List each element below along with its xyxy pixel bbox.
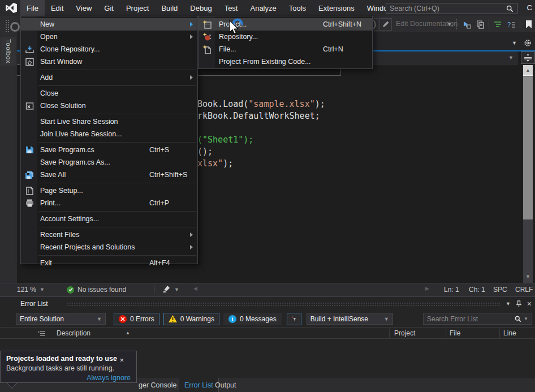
filter-icon [292,315,296,323]
code-text[interactable]: Book.Load("sample.xlsx");rkBook.DefaultW… [197,98,325,170]
pin-icon[interactable] [516,300,522,308]
file-menu-item-exit[interactable]: ExitAlt+F4 [21,257,197,269]
chevron-down-icon: ▼ [384,316,389,322]
menu-item-label: Page Setup... [40,187,83,195]
file-menu-item-page-setup[interactable]: Page Setup... [21,184,197,197]
notification-toast: Projects loaded and ready to use Backgro… [0,351,137,383]
menubar-item-project[interactable]: Project [120,0,155,16]
format-document-icon[interactable]: ? [506,19,516,29]
scrollbar-thumb[interactable] [523,76,533,219]
cleanup-button[interactable]: ▼ [162,286,179,293]
hscroll-left-arrow[interactable]: ◀ [193,286,197,291]
document-health-indicator[interactable]: No issues found [67,286,126,294]
file-menu-item-join-live-share-session[interactable]: Join Live Share Session... [21,128,197,140]
new-submenu-item-repository[interactable]: Repository... [199,31,372,43]
file-menu-item-clone-repository[interactable]: Clone Repository... [21,43,197,55]
error-list-column-header: Description ▲ Project File Line [0,327,535,339]
close-icon[interactable]: × [527,299,532,308]
scroll-down-button[interactable]: ▼ [523,274,533,279]
column-description[interactable]: Description [57,329,90,337]
row-category-icon[interactable] [38,331,45,337]
file-menu-item-open[interactable]: Open [21,31,197,43]
toolbar-grip[interactable] [455,19,458,30]
navigate-backward-icon[interactable] [461,19,472,29]
warnings-filter-button[interactable]: 0 Warnings [163,313,219,325]
scroll-up-button[interactable]: ▲ [523,65,533,75]
menubar-item-debug[interactable]: Debug [184,0,218,16]
source-filter-dropdown[interactable]: Build + IntelliSense ▼ [307,313,393,325]
file-menu-item-save-all[interactable]: Save AllCtrl+Shift+S [21,169,197,181]
menu-item-label: Project... [219,20,247,28]
window-position-icon[interactable]: ▼ [506,301,511,307]
menubar-item-edit[interactable]: Edit [45,0,70,16]
file-menu-item-close-solution[interactable]: Close Solution [21,100,197,112]
new-submenu-item-project[interactable]: Project...Ctrl+Shift+N [199,18,372,31]
menubar-item-analyze[interactable]: Analyze [244,0,282,16]
menubar-item-build[interactable]: Build [155,0,184,16]
chevron-down-icon[interactable]: ▼ [512,40,517,46]
chevron-down-icon[interactable]: ▼ [508,55,514,61]
error-list-toolbar: Entire Solution ▼ 0 Errors 0 Warnings i … [0,311,535,326]
filter-button[interactable] [287,313,301,325]
zoom-selector[interactable]: 121 % ▼ [17,286,45,294]
file-menu-item-start-live-share-session[interactable]: Start Live Share Session [21,115,197,128]
check-circle-icon [67,286,74,294]
new-project-icon [202,20,212,29]
menubar-item-git[interactable]: Git [98,0,120,16]
file-menu-item-save-program-cs-as[interactable]: Save Program.cs As... [21,156,197,169]
new-submenu-item-project-from-existing-code[interactable]: Project From Existing Code... [199,55,372,68]
menu-item-shortcut: Ctrl+S [149,146,169,154]
editor-splitter-handle[interactable] [521,51,535,64]
messages-filter-button[interactable]: i 0 Messages [223,313,282,325]
gear-icon[interactable] [523,38,533,48]
column-project[interactable]: Project [394,329,415,337]
code-line [197,122,325,134]
save-icon [25,145,34,154]
file-menu-item-new[interactable]: New [21,18,197,31]
submenu-arrow-icon [190,22,193,27]
column-line[interactable]: Line [503,329,516,337]
error-list-search-box[interactable]: Search Error List ▼ [423,313,532,325]
quick-search-box[interactable]: Search (Ctrl+Q) [386,3,517,14]
close-icon[interactable]: × [119,356,124,364]
new-submenu-item-file[interactable]: File...Ctrl+N [199,43,372,55]
close-solution-icon [25,101,34,110]
menu-item-shortcut: Ctrl+Shift+S [149,171,187,179]
scope-filter-dropdown[interactable]: Entire Solution ▼ [16,313,106,325]
vertical-scrollbar[interactable]: ▲ ▼ [523,65,533,283]
menubar-item-test[interactable]: Test [218,0,244,16]
file-menu-item-add[interactable]: Add [21,71,197,84]
menubar-item-file[interactable]: File [20,0,45,16]
menubar-item-tools[interactable]: Tools [283,0,312,16]
copy-document-icon[interactable] [475,19,485,29]
chevron-down-icon[interactable]: ▼ [524,316,528,321]
bookmark-icon[interactable] [524,19,534,29]
title-bar: FileEditViewGitProjectBuildDebugTestAnal… [0,0,535,16]
edit-pencil-icon[interactable] [379,18,392,31]
toolbar-grip[interactable] [5,19,9,33]
panel-title-bar[interactable]: Error List ▼ × [0,297,535,311]
menubar-item-extensions[interactable]: Extensions [312,0,361,16]
line-ending-indicator[interactable]: CRLF [515,286,533,294]
file-menu-item-start-window[interactable]: Start Window [21,55,197,68]
file-menu-item-recent-files[interactable]: Recent Files [21,229,197,241]
hscroll-right-arrow[interactable]: ▶ [425,286,429,291]
toolbox-tab[interactable]: Toolbox [1,37,16,66]
column-file[interactable]: File [450,329,460,337]
menu-item-label: Save Program.cs [40,146,94,154]
space-mode-indicator[interactable]: SPC [493,286,507,294]
tab-output[interactable]: Output [210,378,241,392]
errors-filter-button[interactable]: 0 Errors [114,313,159,325]
file-menu-item-print[interactable]: Print...Ctrl+P [21,197,197,209]
notification-body: Background tasks are still running. [6,364,114,372]
file-menu-item-account-settings[interactable]: Account Settings... [21,213,197,225]
format-selection-icon[interactable] [493,19,503,29]
file-menu-item-recent-projects-and-solutions[interactable]: Recent Projects and Solutions [21,241,197,253]
overflow-chevron-icon[interactable]: ▼̲ [447,21,452,27]
menubar-item-view[interactable]: View [70,0,98,16]
tab-package-manager-console[interactable]: ger Console [133,378,182,392]
file-menu-item-close[interactable]: Close [21,87,197,100]
always-ignore-link[interactable]: Always ignore [87,374,131,382]
file-menu-item-save-program-cs[interactable]: Save Program.csCtrl+S [21,144,197,156]
submenu-arrow-icon [190,245,193,249]
